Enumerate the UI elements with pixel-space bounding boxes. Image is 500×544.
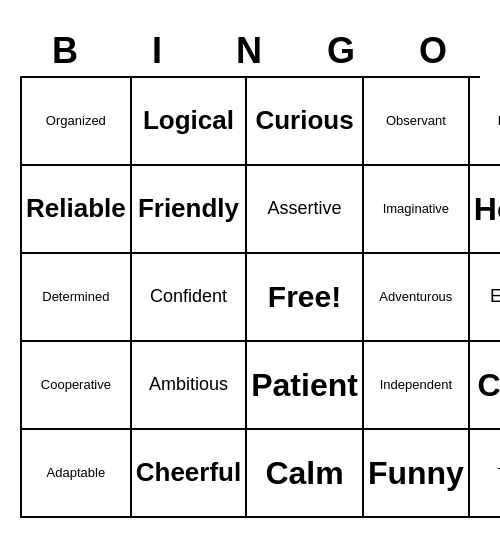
bingo-cell: Assertive: [247, 166, 364, 254]
bingo-cell: Reliable: [22, 166, 132, 254]
bingo-cell: Cheerful: [132, 430, 247, 518]
bingo-cell: Easygoing: [470, 78, 500, 166]
bingo-cell: Imaginative: [364, 166, 470, 254]
header-letter: B: [20, 26, 112, 76]
bingo-cell: Curious: [247, 78, 364, 166]
bingo-cell: Thoughtful: [470, 430, 500, 518]
bingo-cell: Determined: [22, 254, 132, 342]
header-letter: N: [204, 26, 296, 76]
bingo-cell: Confident: [132, 254, 247, 342]
bingo-cell: Friendly: [132, 166, 247, 254]
bingo-cell: Independent: [364, 342, 470, 430]
bingo-cell: Logical: [132, 78, 247, 166]
bingo-cell: Adaptable: [22, 430, 132, 518]
bingo-cell: Honest: [470, 166, 500, 254]
bingo-grid: OrganizedLogicalCuriousObservantEasygoin…: [20, 76, 480, 518]
bingo-cell: Caring: [470, 342, 500, 430]
bingo-cell: Calm: [247, 430, 364, 518]
bingo-header: BINGO: [20, 26, 480, 76]
bingo-cell: Funny: [364, 430, 470, 518]
bingo-cell: Free!: [247, 254, 364, 342]
bingo-card: BINGO OrganizedLogicalCuriousObservantEa…: [20, 26, 480, 518]
bingo-cell: Observant: [364, 78, 470, 166]
bingo-cell: Energetic: [470, 254, 500, 342]
bingo-cell: Patient: [247, 342, 364, 430]
header-letter: O: [388, 26, 480, 76]
bingo-cell: Organized: [22, 78, 132, 166]
header-letter: I: [112, 26, 204, 76]
bingo-cell: Ambitious: [132, 342, 247, 430]
bingo-cell: Cooperative: [22, 342, 132, 430]
header-letter: G: [296, 26, 388, 76]
bingo-cell: Adventurous: [364, 254, 470, 342]
